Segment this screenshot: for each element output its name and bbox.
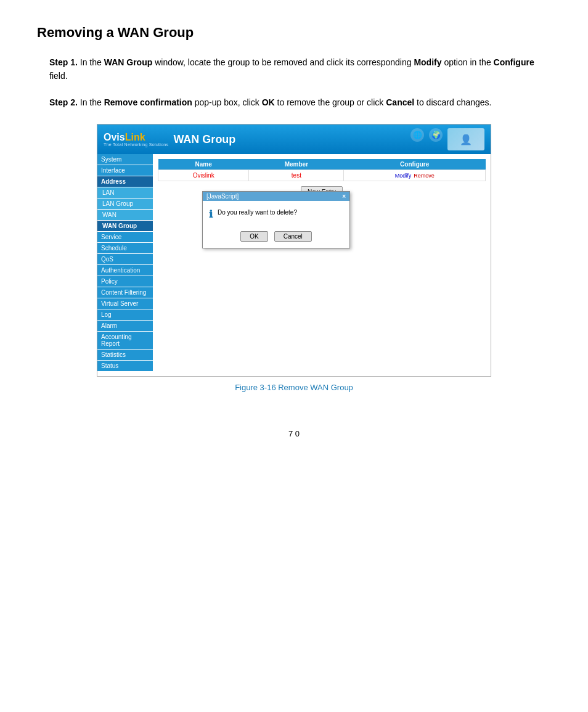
- figure-caption: Figure 3-16 Remove WAN Group: [37, 383, 551, 392]
- popup-ok-button[interactable]: OK: [240, 231, 267, 242]
- sidebar-item-policy[interactable]: Policy: [97, 276, 153, 287]
- popup-buttons: OK Cancel: [203, 227, 349, 248]
- col-member: Member: [249, 159, 344, 170]
- sidebar-item-system[interactable]: System: [97, 154, 153, 165]
- main-layout: System Interface Address LAN LAN Group W…: [97, 154, 491, 376]
- sidebar-item-authentication[interactable]: Authentication: [97, 265, 153, 276]
- popup-title: [JavaScript]: [206, 193, 239, 200]
- sidebar: System Interface Address LAN LAN Group W…: [97, 154, 153, 376]
- content-area: Name Member Configure Ovislink test Modi…: [153, 154, 491, 376]
- sidebar-item-statistics[interactable]: Statistics: [97, 350, 153, 360]
- cell-member: test: [249, 170, 344, 181]
- popup-titlebar: [JavaScript] ×: [203, 192, 349, 201]
- sidebar-item-wan[interactable]: WAN: [97, 210, 153, 220]
- cell-configure: Modify Remove: [344, 170, 486, 181]
- sidebar-item-alarm[interactable]: Alarm: [97, 321, 153, 331]
- sidebar-item-langroup[interactable]: LAN Group: [97, 198, 153, 209]
- sidebar-item-address[interactable]: Address: [97, 176, 153, 187]
- step-1-block: Step 1. In the WAN Group window, locate …: [37, 55, 551, 83]
- sidebar-item-accountingreport[interactable]: Accounting Report: [97, 332, 153, 349]
- page-number: 7 0: [37, 429, 551, 438]
- logo-main: OvisLink: [104, 133, 168, 142]
- sidebar-item-interface[interactable]: Interface: [97, 165, 153, 176]
- sidebar-item-schedule[interactable]: Schedule: [97, 243, 153, 253]
- screenshot-container: OvisLink The Total Networking Solutions …: [97, 124, 491, 377]
- logo-ovis: Ovis: [104, 132, 125, 142]
- globe-icon-1: 🌐: [410, 128, 424, 142]
- col-configure: Configure: [344, 159, 486, 170]
- header-title: WAN Group: [173, 133, 410, 146]
- remove-link[interactable]: Remove: [414, 173, 435, 179]
- step-1-label: Step 1.: [49, 57, 78, 67]
- popup-message: Do you really want to delete?: [218, 208, 297, 217]
- sidebar-item-lan[interactable]: LAN: [97, 187, 153, 198]
- header-image: [447, 128, 484, 150]
- popup-dialog: [JavaScript] × ℹ Do you really want to d…: [202, 191, 350, 248]
- sidebar-item-virtualserver[interactable]: Virtual Server: [97, 298, 153, 309]
- step-2-label: Step 2.: [49, 97, 78, 107]
- router-header: OvisLink The Total Networking Solutions …: [97, 125, 491, 154]
- header-icons: 🌐 🌍: [410, 128, 484, 150]
- cell-name: Ovislink: [158, 170, 249, 181]
- step-1-text: Step 1. In the WAN Group window, locate …: [49, 55, 551, 83]
- logo-link: Link: [125, 132, 145, 142]
- globe-icon-2: 🌍: [429, 128, 443, 142]
- wan-table: Name Member Configure Ovislink test Modi…: [158, 159, 486, 181]
- sidebar-item-log[interactable]: Log: [97, 309, 153, 320]
- popup-body: ℹ Do you really want to delete?: [203, 201, 349, 227]
- sidebar-item-wangroup[interactable]: WAN Group: [97, 221, 153, 231]
- ovislink-logo: OvisLink The Total Networking Solutions: [104, 133, 168, 147]
- sidebar-item-contentfiltering[interactable]: Content Filtering: [97, 287, 153, 298]
- configure-links: Modify Remove: [349, 173, 480, 179]
- info-icon: ℹ: [209, 208, 213, 220]
- popup-cancel-button[interactable]: Cancel: [274, 231, 312, 242]
- sidebar-item-qos[interactable]: QoS: [97, 254, 153, 264]
- table-row: Ovislink test Modify Remove: [158, 170, 486, 181]
- sidebar-item-service[interactable]: Service: [97, 232, 153, 242]
- popup-close-button[interactable]: ×: [342, 193, 346, 200]
- logo-sub: The Total Networking Solutions: [104, 142, 168, 147]
- step-2-block: Step 2. In the Remove confirmation pop-u…: [37, 96, 551, 109]
- modify-link[interactable]: Modify: [395, 173, 412, 179]
- col-name: Name: [158, 159, 249, 170]
- sidebar-item-status[interactable]: Status: [97, 361, 153, 371]
- page-title: Removing a WAN Group: [37, 25, 551, 41]
- step-2-text: Step 2. In the Remove confirmation pop-u…: [49, 96, 551, 109]
